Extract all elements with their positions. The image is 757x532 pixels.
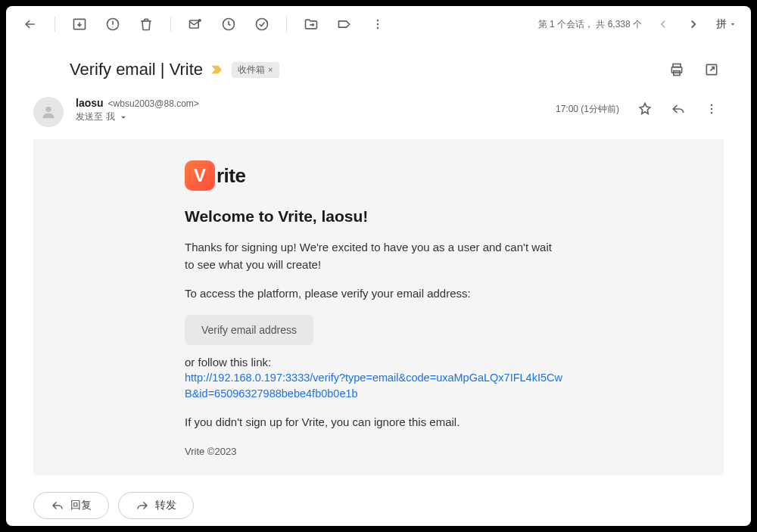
conversation-position: 第 1 个会话， 共 6,338 个	[538, 18, 642, 31]
labels-button[interactable]	[329, 9, 360, 39]
reply-button[interactable]: 回复	[33, 492, 109, 519]
svg-point-13	[45, 107, 51, 112]
forward-arrow-icon	[136, 499, 149, 512]
more-toolbar-button[interactable]	[363, 9, 393, 39]
more-message-button[interactable]	[699, 97, 724, 121]
next-conversation-button[interactable]	[681, 12, 706, 36]
recipient-dropdown[interactable]: 发送至 我	[76, 110, 544, 123]
inbox-label-chip[interactable]: 收件箱 ×	[232, 62, 279, 78]
remove-label-icon[interactable]: ×	[268, 65, 273, 74]
svg-point-8	[377, 27, 379, 30]
forward-button[interactable]: 转发	[118, 492, 194, 519]
email-body: V rite Welcome to Vrite, laosu! Thanks f…	[33, 139, 724, 475]
archive-button[interactable]	[64, 9, 95, 39]
back-button[interactable]	[15, 9, 45, 39]
toolbar-separator	[170, 17, 171, 32]
email-signature: Vrite ©2023	[185, 446, 563, 457]
snooze-button[interactable]	[213, 9, 244, 39]
svg-point-14	[711, 104, 713, 107]
mark-unread-button[interactable]	[180, 9, 210, 39]
vrite-logo: V rite	[185, 160, 563, 191]
svg-point-16	[711, 112, 713, 114]
verify-email-button[interactable]: Verify email address	[185, 315, 313, 345]
vrite-logo-text: rite	[217, 164, 245, 188]
svg-point-6	[377, 20, 379, 22]
move-to-button[interactable]	[296, 9, 326, 39]
svg-point-7	[377, 23, 379, 26]
chevron-down-icon	[118, 112, 129, 123]
prev-conversation-button[interactable]	[651, 12, 675, 36]
spam-button[interactable]	[98, 9, 128, 39]
star-button[interactable]	[633, 97, 657, 121]
reply-arrow-icon	[51, 499, 64, 512]
sender-email: <wbsu2003@88.com>	[108, 98, 199, 109]
print-button[interactable]	[665, 58, 689, 82]
intro-paragraph: Thanks for signing up! We're excited to …	[185, 239, 563, 273]
ime-indicator[interactable]: 拼	[712, 14, 742, 34]
verify-link[interactable]: http://192.168.0.197:3333/verify?type=em…	[185, 370, 563, 402]
or-follow-text: or follow this link:	[185, 356, 563, 369]
toolbar-separator	[286, 17, 287, 32]
sender-name: laosu	[76, 97, 104, 109]
reply-icon-button[interactable]	[666, 97, 690, 121]
important-marker-icon[interactable]	[210, 64, 224, 75]
svg-point-3	[198, 19, 201, 22]
email-timestamp: 17:00 (1分钟前)	[556, 103, 619, 116]
add-task-button[interactable]	[247, 9, 277, 39]
access-paragraph: To access the platform, please verify yo…	[185, 285, 563, 303]
email-subject: Verify email | Vrite	[70, 60, 203, 79]
svg-point-15	[711, 108, 713, 110]
sender-avatar[interactable]	[33, 97, 64, 127]
open-new-window-button[interactable]	[699, 58, 724, 82]
ignore-paragraph: If you didn't sign up for Vrite, you can…	[185, 414, 563, 431]
delete-button[interactable]	[131, 9, 161, 39]
svg-point-5	[257, 19, 268, 30]
welcome-heading: Welcome to Vrite, laosu!	[185, 207, 563, 226]
toolbar-separator	[55, 17, 55, 32]
vrite-logo-icon: V	[185, 160, 215, 191]
